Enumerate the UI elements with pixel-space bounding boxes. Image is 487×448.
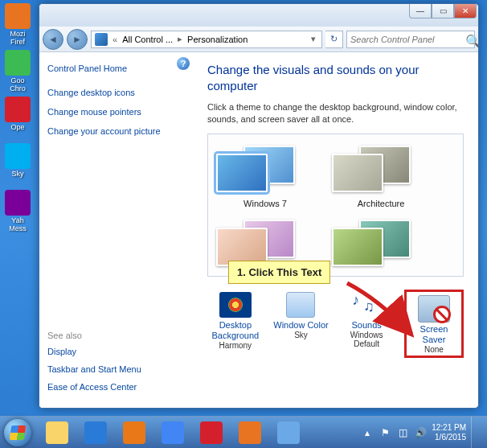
opera-icon <box>200 421 223 444</box>
control-panel-window: — ▭ ✕ ◄ ► « All Control ... ▸ Personaliz… <box>39 3 479 409</box>
breadcrumb-current[interactable]: Personalization <box>187 35 248 44</box>
main-content: Change the visuals and sounds on your co… <box>196 52 478 408</box>
change-mouse-pointers-link[interactable]: Change mouse pointers <box>47 107 188 117</box>
app-icon <box>5 143 31 169</box>
action-center-icon[interactable]: ⚑ <box>379 426 391 439</box>
app-icon <box>5 3 31 29</box>
sounds-icon: ♪♫ <box>350 290 383 319</box>
windows-orb-icon <box>4 419 31 446</box>
clock[interactable]: 12:21 PM 1/6/2015 <box>432 423 466 442</box>
icon-label: Yah Mess <box>9 217 27 233</box>
taskbar-items <box>39 419 307 446</box>
chrome-icon <box>162 421 184 444</box>
setting-label: Desktop Background <box>207 320 264 341</box>
theme-label: Architecture <box>358 199 405 208</box>
icon-label: Mozi Firef <box>10 31 25 47</box>
maximize-button[interactable]: ▭ <box>432 4 454 18</box>
sounds-setting[interactable]: ♪♫ Sounds Windows Default <box>338 290 395 358</box>
explorer-icon <box>46 421 68 444</box>
change-account-picture-link[interactable]: Change your account picture <box>47 126 188 136</box>
close-button[interactable]: ✕ <box>454 4 477 18</box>
taskbar-item-firefox[interactable] <box>231 419 268 446</box>
screen-saver-setting[interactable]: Screen Saver None <box>404 290 464 358</box>
ie-icon <box>84 421 107 444</box>
desktop-icon[interactable]: Sky <box>2 143 34 188</box>
desktop-icon[interactable]: Mozi Firef <box>2 3 34 48</box>
setting-label: Screen Saver <box>408 324 460 345</box>
app-icon <box>5 97 31 122</box>
icon-label: Ope <box>10 124 24 132</box>
desktop-icons: Mozi FirefGoo ChroOpeSkyYah Mess <box>2 3 35 236</box>
clock-date: 1/6/2015 <box>432 433 466 442</box>
annotation-callout: 1. Click This Text <box>228 261 330 284</box>
help-icon[interactable]: ? <box>177 57 190 70</box>
taskbar-item-chrome[interactable] <box>154 419 191 446</box>
start-button[interactable] <box>0 417 35 449</box>
network-icon[interactable]: ◫ <box>396 426 409 439</box>
no-entry-icon <box>433 306 451 323</box>
theme-item[interactable] <box>329 213 433 271</box>
titlebar: — ▭ ✕ <box>39 4 478 27</box>
system-tray: ▴ ⚑ ◫ 🔊 12:21 PM 1/6/2015 <box>361 417 487 449</box>
tray-up-icon[interactable]: ▴ <box>361 426 374 439</box>
display-link[interactable]: Display <box>47 347 141 356</box>
show-desktop-button[interactable] <box>471 417 482 449</box>
setting-label: Sounds <box>351 320 381 331</box>
refresh-button[interactable]: ↻ <box>325 31 343 48</box>
desktop-background-setting[interactable]: Desktop Background Harmony <box>207 290 264 358</box>
taskbar-item-control-panel[interactable] <box>270 419 307 446</box>
desktop-icon[interactable]: Ope <box>2 97 34 142</box>
volume-icon[interactable]: 🔊 <box>414 426 427 439</box>
taskbar-item-opera[interactable] <box>193 419 230 446</box>
setting-value: Windows Default <box>338 331 395 348</box>
setting-label: Window Color <box>273 320 328 331</box>
change-desktop-icons-link[interactable]: Change desktop icons <box>47 88 188 97</box>
setting-value: None <box>424 345 444 354</box>
desktop-icon[interactable]: Goo Chro <box>2 50 34 95</box>
page-title: Change the visuals and sounds on your co… <box>207 62 464 93</box>
taskbar-item-ie[interactable] <box>77 419 114 446</box>
control-panel-home-link[interactable]: Control Panel Home <box>47 64 188 73</box>
taskbar: ▴ ⚑ ◫ 🔊 12:21 PM 1/6/2015 <box>0 416 487 448</box>
control-panel-icon <box>277 421 300 444</box>
app-icon <box>5 50 31 76</box>
theme-label: Windows 7 <box>244 199 287 208</box>
desktop-icon[interactable]: Yah Mess <box>2 190 34 235</box>
taskbar-item-wmp[interactable] <box>116 419 153 446</box>
back-button[interactable]: ◄ <box>43 29 63 50</box>
setting-value: Harmony <box>219 341 252 350</box>
theme-architecture[interactable]: Architecture <box>329 139 433 208</box>
firefox-icon <box>239 421 261 444</box>
control-panel-icon <box>95 33 108 46</box>
taskbar-startmenu-link[interactable]: Taskbar and Start Menu <box>47 364 141 374</box>
themes-panel[interactable]: Windows 7 Architecture <box>207 134 464 277</box>
window-color-icon <box>286 292 315 318</box>
ease-of-access-link[interactable]: Ease of Access Center <box>47 382 141 392</box>
app-icon <box>5 190 31 216</box>
breadcrumb[interactable]: « All Control ... ▸ Personalization ▾ <box>91 31 322 48</box>
icon-label: Sky <box>11 171 23 179</box>
sidebar: ? Control Panel Home Change desktop icon… <box>39 52 196 408</box>
breadcrumb-root[interactable]: All Control ... <box>122 35 173 44</box>
minimize-button[interactable]: — <box>409 4 432 18</box>
setting-value: Sky <box>294 331 308 339</box>
screen-saver-icon <box>418 295 450 323</box>
taskbar-item-explorer[interactable] <box>39 419 76 446</box>
icon-label: Goo Chro <box>10 77 26 93</box>
theme-windows7[interactable]: Windows 7 <box>213 139 317 208</box>
page-description: Click a theme to change the desktop back… <box>207 101 464 125</box>
window-color-setting[interactable]: Window Color Sky <box>273 290 329 358</box>
wmp-icon <box>123 421 145 444</box>
forward-button[interactable]: ► <box>67 29 88 50</box>
desktop-background-icon <box>219 292 252 318</box>
navbar: ◄ ► « All Control ... ▸ Personalization … <box>39 27 478 52</box>
search-input[interactable] <box>350 35 462 44</box>
search-icon: 🔍 <box>465 34 477 45</box>
clock-time: 12:21 PM <box>432 423 466 433</box>
see-also-header: See also <box>47 331 141 340</box>
search-box[interactable]: 🔍 <box>346 31 475 48</box>
